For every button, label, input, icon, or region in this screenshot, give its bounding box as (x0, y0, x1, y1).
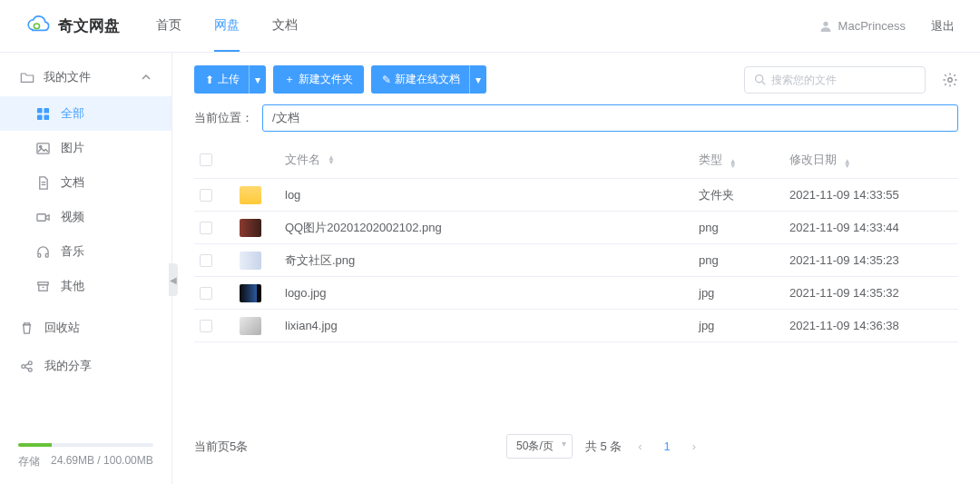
new-doc-dropdown-button[interactable]: ▾ (469, 65, 486, 94)
pager-prev-button[interactable]: ‹ (634, 440, 645, 453)
row-checkbox[interactable] (200, 222, 212, 234)
sidebar-item-docs[interactable]: 文档 (0, 165, 172, 200)
upload-icon: ⬆ (205, 74, 214, 86)
upload-button[interactable]: ⬆ 上传 (194, 65, 249, 94)
archive-icon (36, 280, 50, 293)
table-row[interactable]: 奇文社区.png png 2021-11-09 14:35:23 (194, 244, 958, 277)
folder-icon (240, 186, 261, 204)
main-content: ⬆ 上传 ▾ ＋ 新建文件夹 ✎ 新建在线文档 ▾ (172, 53, 980, 484)
image-icon (36, 142, 50, 155)
file-name[interactable]: QQ图片20201202002102.png (285, 220, 699, 236)
file-name[interactable]: logo.jpg (285, 286, 699, 300)
storage-fill (18, 443, 52, 447)
file-date: 2021-11-09 14:35:32 (789, 286, 953, 300)
file-type: 文件夹 (699, 187, 789, 203)
pager-page-number[interactable]: 1 (659, 440, 676, 453)
pager-next-button[interactable]: › (689, 440, 700, 453)
column-header-type[interactable]: 类型 ▲▼ (699, 152, 789, 168)
svg-rect-10 (45, 253, 48, 257)
sidebar-item-all[interactable]: 全部 (0, 96, 172, 131)
file-name[interactable]: lixian4.jpg (285, 319, 699, 332)
thumbnail-icon (240, 284, 261, 302)
grid-icon (36, 107, 50, 121)
new-folder-label: 新建文件夹 (299, 72, 353, 87)
nav-home[interactable]: 首页 (156, 1, 181, 52)
file-date: 2021-11-09 14:33:55 (789, 188, 953, 202)
search-box[interactable] (744, 66, 926, 94)
nav-disk[interactable]: 网盘 (214, 1, 240, 52)
upload-dropdown-button[interactable]: ▾ (249, 65, 266, 94)
svg-point-13 (22, 364, 25, 368)
page-size-select[interactable]: 50条/页 (506, 434, 573, 459)
settings-button[interactable] (942, 72, 958, 88)
row-checkbox[interactable] (200, 189, 212, 202)
svg-rect-3 (44, 107, 49, 113)
file-date: 2021-11-09 14:36:38 (789, 319, 953, 332)
sidebar-item-other[interactable]: 其他 (0, 269, 172, 303)
pager-summary: 当前页5条 (194, 439, 248, 455)
file-type: jpg (699, 286, 789, 300)
storage-meter: 存储 24.69MB / 100.00MB (0, 429, 172, 484)
new-doc-button[interactable]: ✎ 新建在线文档 (371, 65, 469, 94)
storage-bar (18, 443, 153, 447)
file-type: jpg (699, 319, 789, 332)
svg-point-7 (40, 145, 42, 147)
cloud-icon (25, 15, 51, 37)
toolbar: ⬆ 上传 ▾ ＋ 新建文件夹 ✎ 新建在线文档 ▾ (194, 65, 958, 94)
file-name[interactable]: log (285, 188, 699, 202)
column-header-name[interactable]: 文件名 ▲▼ (285, 152, 699, 168)
table-header: 文件名 ▲▼ 类型 ▲▼ 修改日期 ▲▼ (194, 141, 958, 179)
upload-label: 上传 (218, 72, 240, 87)
new-doc-button-group: ✎ 新建在线文档 ▾ (371, 65, 486, 94)
column-header-date[interactable]: 修改日期 ▲▼ (789, 152, 953, 168)
new-folder-button[interactable]: ＋ 新建文件夹 (273, 65, 364, 94)
sidebar-item-video[interactable]: 视频 (0, 200, 172, 234)
thumbnail-icon (240, 219, 261, 237)
file-date: 2021-11-09 14:35:23 (789, 253, 953, 267)
search-icon (754, 74, 766, 85)
header-right: MacPrincess 退出 (818, 18, 955, 35)
user-menu[interactable]: MacPrincess (818, 19, 906, 34)
svg-rect-8 (37, 213, 45, 221)
pager-total: 共 5 条 (585, 439, 622, 455)
chevron-down-icon: ▾ (475, 74, 481, 86)
sidebar-item-music[interactable]: 音乐 (0, 234, 172, 269)
file-table: 文件名 ▲▼ 类型 ▲▼ 修改日期 ▲▼ log 文件夹 2021-11-09 … (194, 141, 958, 421)
top-nav: 首页 网盘 文档 (156, 1, 818, 52)
svg-point-14 (28, 361, 32, 364)
sidebar-collapse-handle[interactable]: ◀ (169, 263, 178, 296)
thumbnail-icon (240, 252, 261, 270)
search-input[interactable] (771, 74, 916, 86)
app-header: 奇文网盘 首页 网盘 文档 MacPrincess 退出 (0, 0, 980, 53)
upload-button-group: ⬆ 上传 ▾ (194, 65, 266, 94)
table-row[interactable]: lixian4.jpg jpg 2021-11-09 14:36:38 (194, 310, 958, 342)
headphones-icon (36, 245, 50, 259)
thumbnail-icon (240, 317, 261, 335)
username: MacPrincess (838, 19, 906, 33)
sidebar-share[interactable]: 我的分享 (0, 347, 172, 385)
svg-point-1 (823, 21, 828, 25)
sidebar-recycle[interactable]: 回收站 (0, 309, 172, 347)
sidebar-myfiles-head[interactable]: 我的文件 (0, 58, 172, 96)
path-input[interactable] (262, 104, 958, 132)
row-checkbox[interactable] (200, 320, 212, 332)
user-icon (818, 19, 833, 34)
file-name[interactable]: 奇文社区.png (285, 252, 699, 269)
table-row[interactable]: QQ图片20201202002102.png png 2021-11-09 14… (194, 212, 958, 244)
row-checkbox[interactable] (200, 287, 212, 300)
plus-icon: ＋ (284, 72, 295, 87)
file-type: png (699, 221, 789, 234)
sidebar-myfiles-label: 我的文件 (44, 69, 91, 85)
sidebar: 我的文件 全部 图片 文档 (0, 53, 172, 484)
sidebar-item-images[interactable]: 图片 (0, 131, 172, 165)
nav-docs[interactable]: 文档 (272, 1, 298, 52)
logout-link[interactable]: 退出 (931, 18, 955, 35)
sidebar-share-label: 我的分享 (44, 358, 92, 374)
app-logo[interactable]: 奇文网盘 (25, 15, 120, 37)
table-row[interactable]: log 文件夹 2021-11-09 14:33:55 (194, 179, 958, 212)
share-icon (20, 360, 34, 373)
table-row[interactable]: logo.jpg jpg 2021-11-09 14:35:32 (194, 277, 958, 310)
row-checkbox[interactable] (200, 254, 212, 267)
select-all-checkbox[interactable] (200, 153, 212, 166)
edit-icon: ✎ (382, 74, 391, 86)
